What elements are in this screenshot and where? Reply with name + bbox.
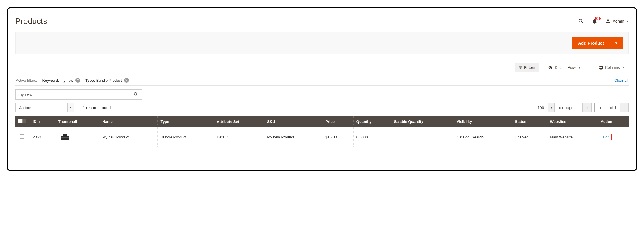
add-product-dropdown[interactable]: ▼	[610, 37, 623, 49]
remove-filter-icon[interactable]: ✕	[75, 78, 80, 83]
bulk-actions-dropdown[interactable]: Actions ▼	[15, 103, 74, 112]
cell-sku: My new Product	[264, 127, 322, 147]
edit-link[interactable]: Edit	[601, 134, 612, 140]
select-all-header[interactable]: ▼	[15, 116, 30, 127]
cell-status: Enabled	[512, 127, 547, 147]
per-page-select[interactable]: 100 ▼	[533, 103, 555, 112]
cell-attribute-set: Default	[214, 127, 264, 147]
add-product-button[interactable]: Add Product ▼	[572, 37, 623, 49]
col-price[interactable]: Price	[322, 116, 354, 127]
keyword-search[interactable]	[15, 89, 142, 100]
col-id[interactable]: ID↓	[30, 116, 55, 127]
col-salable-quantity[interactable]: Salable Quantity	[391, 116, 454, 127]
default-view-label: Default View	[555, 65, 576, 70]
cell-visibility: Catalog, Search	[454, 127, 512, 147]
clear-all-filters[interactable]: Clear all	[614, 78, 628, 83]
cell-salable-quantity	[391, 127, 454, 147]
caret-down-icon[interactable]: ▼	[548, 103, 554, 112]
products-table: ▼ ID↓ Thumbnail Name Type Attribute Set …	[15, 116, 629, 147]
search-icon[interactable]	[578, 18, 584, 24]
filter-chip-type: Type: Bundle Product ✕	[85, 78, 129, 83]
filters-label: Filters	[524, 65, 535, 70]
col-thumbnail[interactable]: Thumbnail	[55, 116, 99, 127]
col-status[interactable]: Status	[512, 116, 547, 127]
cell-price: $15.00	[322, 127, 354, 147]
next-page-button[interactable]	[620, 103, 629, 112]
admin-account-menu[interactable]: Admin ▼	[605, 18, 629, 24]
default-view-button[interactable]: Default View ▼	[544, 63, 585, 72]
caret-down-icon: ▼	[626, 20, 629, 23]
columns-label: Columns	[605, 65, 620, 70]
per-page-value: 100	[533, 105, 548, 110]
remove-filter-icon[interactable]: ✕	[124, 78, 129, 83]
search-submit-icon[interactable]	[130, 92, 142, 97]
cell-websites: Main Website	[547, 127, 598, 147]
cell-name: My new Product	[99, 127, 158, 147]
cell-quantity: 0.0000	[353, 127, 391, 147]
product-thumbnail	[58, 131, 71, 143]
col-attribute-set[interactable]: Attribute Set	[214, 116, 264, 127]
col-quantity[interactable]: Quantity	[353, 116, 391, 127]
cell-id: 2060	[30, 127, 55, 147]
col-sku[interactable]: SKU	[264, 116, 322, 127]
page-title: Products	[15, 17, 47, 26]
notification-count: 39	[595, 17, 601, 20]
search-input[interactable]	[16, 92, 130, 97]
col-action: Action	[598, 116, 629, 127]
caret-down-icon: ▼	[578, 66, 581, 69]
prev-page-button[interactable]	[582, 103, 592, 112]
row-checkbox[interactable]	[20, 134, 24, 139]
total-pages: of 1	[610, 105, 617, 110]
active-filters-label: Active filters:	[16, 78, 37, 83]
cell-type: Bundle Product	[158, 127, 214, 147]
records-found: 1 records found	[83, 105, 111, 110]
admin-label: Admin	[613, 19, 624, 24]
notifications-icon[interactable]: 39	[592, 18, 598, 24]
bulk-actions-label: Actions	[16, 105, 67, 110]
caret-down-icon: ▼	[622, 66, 625, 69]
per-page-label: per page	[558, 105, 573, 110]
table-row[interactable]: 2060 My new Product Bundle Product Defau…	[15, 127, 629, 147]
col-websites[interactable]: Websites	[547, 116, 598, 127]
sort-arrow-icon: ↓	[39, 119, 41, 124]
svg-rect-1	[63, 134, 67, 136]
col-visibility[interactable]: Visibility	[454, 116, 512, 127]
filters-button[interactable]: Filters	[515, 63, 539, 72]
filter-chip-keyword: Keyword: my new ✕	[42, 78, 80, 83]
col-name[interactable]: Name	[99, 116, 158, 127]
col-type[interactable]: Type	[158, 116, 214, 127]
cell-thumbnail	[55, 127, 99, 147]
page-input[interactable]	[594, 103, 607, 112]
svg-rect-2	[61, 137, 69, 138]
divider	[590, 65, 590, 71]
add-product-label: Add Product	[572, 37, 610, 49]
caret-down-icon[interactable]: ▼	[67, 103, 74, 112]
columns-button[interactable]: Columns ▼	[595, 63, 629, 72]
